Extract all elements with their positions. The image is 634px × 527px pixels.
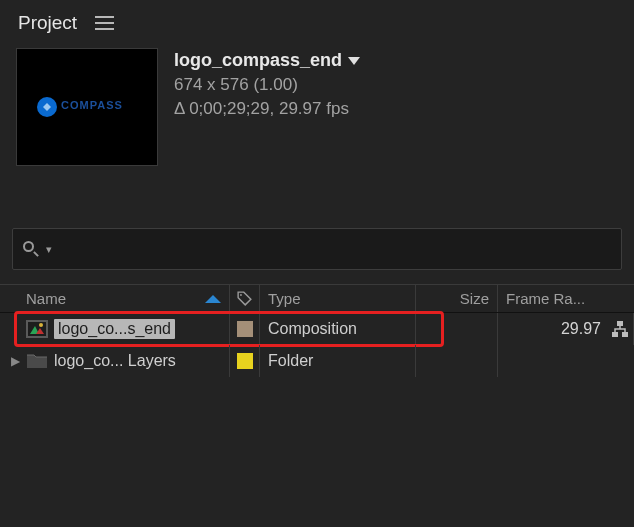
cell-size <box>416 313 498 345</box>
disclosure-triangle-icon[interactable]: ▶ <box>10 354 20 368</box>
table-header: Name Type Size Frame Ra... <box>0 285 634 313</box>
cell-name: ▶ logo_co... Layers <box>0 345 230 377</box>
preview-name-row[interactable]: logo_compass_end <box>174 50 360 71</box>
sort-ascending-icon <box>205 295 221 303</box>
cell-type: Composition <box>260 313 416 345</box>
folder-icon <box>26 352 48 370</box>
panel-header: Project <box>0 0 634 42</box>
col-header-label[interactable] <box>230 285 260 312</box>
col-header-name-label: Name <box>26 290 66 307</box>
svg-rect-8 <box>622 332 628 337</box>
cell-size <box>416 345 498 377</box>
search-input[interactable] <box>58 241 611 258</box>
project-panel: Project COMPASS logo_compass_end 674 x 5… <box>0 0 634 527</box>
col-header-type[interactable]: Type <box>260 285 416 312</box>
logo-text: COMPASS <box>61 99 123 111</box>
col-header-name[interactable]: Name <box>0 285 230 312</box>
cell-name: logo_co...s_end <box>0 313 230 345</box>
panel-title: Project <box>18 12 77 34</box>
svg-rect-6 <box>617 321 623 326</box>
project-table: Name Type Size Frame Ra... <box>0 284 634 377</box>
composition-icon <box>26 320 48 338</box>
col-header-size-label: Size <box>460 290 489 307</box>
cell-label[interactable] <box>230 345 260 377</box>
item-name[interactable]: logo_co...s_end <box>54 319 175 339</box>
item-name[interactable]: logo_co... Layers <box>54 352 176 370</box>
flowchart-icon[interactable] <box>610 319 630 339</box>
svg-rect-7 <box>612 332 618 337</box>
item-preview: COMPASS logo_compass_end 674 x 576 (1.00… <box>0 42 634 166</box>
preview-thumbnail[interactable]: COMPASS <box>16 48 158 166</box>
preview-duration: Δ 0;00;29;29, 29.97 fps <box>174 99 360 119</box>
preview-meta: logo_compass_end 674 x 576 (1.00) Δ 0;00… <box>174 48 360 166</box>
panel-menu-icon[interactable] <box>95 16 114 30</box>
search-icon <box>23 241 40 258</box>
col-header-fps[interactable]: Frame Ra... <box>498 285 634 312</box>
cell-label[interactable] <box>230 313 260 345</box>
svg-point-0 <box>240 294 242 296</box>
dropdown-triangle-icon <box>348 57 360 65</box>
preview-name: logo_compass_end <box>174 50 342 71</box>
cell-type: Folder <box>260 345 416 377</box>
label-color-swatch <box>237 321 253 337</box>
cell-fps <box>498 345 634 377</box>
search-options-caret-icon[interactable]: ▾ <box>46 243 52 256</box>
table-row[interactable]: ▶ logo_co... Layers Folder <box>0 345 634 377</box>
svg-point-5 <box>39 323 43 327</box>
label-color-swatch <box>237 353 253 369</box>
preview-dimensions: 674 x 576 (1.00) <box>174 75 360 95</box>
search-field[interactable]: ▾ <box>12 228 622 270</box>
col-header-fps-label: Frame Ra... <box>506 290 585 307</box>
tag-icon <box>236 290 253 307</box>
col-header-type-label: Type <box>268 290 301 307</box>
col-header-size[interactable]: Size <box>416 285 498 312</box>
table-body: logo_co...s_end Composition 29.97 ▶ <box>0 313 634 377</box>
table-row[interactable]: logo_co...s_end Composition 29.97 <box>0 313 634 345</box>
